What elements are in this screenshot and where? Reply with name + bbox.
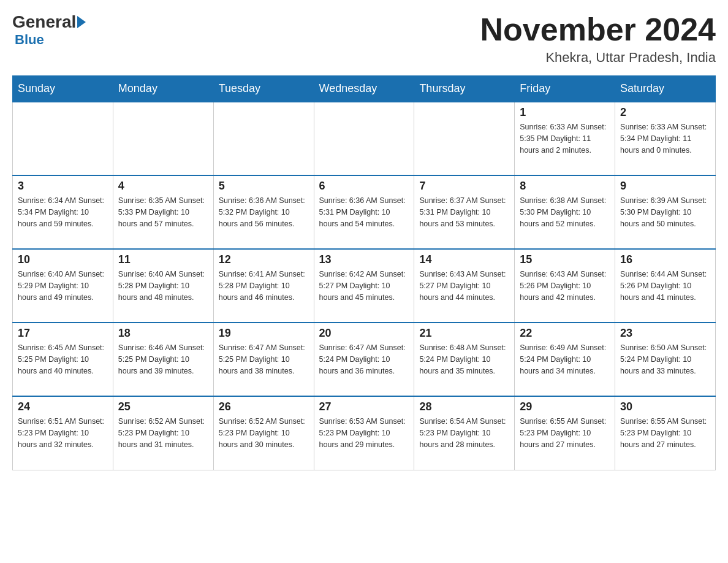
day-number: 18 bbox=[118, 327, 208, 340]
day-number: 23 bbox=[620, 327, 710, 340]
day-info: Sunrise: 6:47 AM Sunset: 5:24 PM Dayligh… bbox=[319, 342, 409, 377]
day-info: Sunrise: 6:55 AM Sunset: 5:23 PM Dayligh… bbox=[520, 416, 610, 450]
day-cell: 8Sunrise: 6:38 AM Sunset: 5:30 PM Daylig… bbox=[515, 175, 615, 249]
day-info: Sunrise: 6:48 AM Sunset: 5:24 PM Dayligh… bbox=[419, 342, 509, 377]
day-info: Sunrise: 6:38 AM Sunset: 5:30 PM Dayligh… bbox=[520, 195, 610, 229]
day-number: 28 bbox=[419, 400, 509, 413]
day-number: 14 bbox=[419, 253, 509, 266]
day-cell: 13Sunrise: 6:42 AM Sunset: 5:27 PM Dayli… bbox=[314, 249, 414, 323]
day-cell: 30Sunrise: 6:55 AM Sunset: 5:23 PM Dayli… bbox=[615, 396, 716, 470]
day-number: 1 bbox=[520, 106, 610, 119]
day-number: 13 bbox=[319, 253, 409, 266]
day-info: Sunrise: 6:35 AM Sunset: 5:33 PM Dayligh… bbox=[118, 195, 208, 229]
logo-triangle-icon bbox=[77, 16, 86, 28]
day-cell: 16Sunrise: 6:44 AM Sunset: 5:26 PM Dayli… bbox=[615, 249, 716, 323]
day-info: Sunrise: 6:40 AM Sunset: 5:29 PM Dayligh… bbox=[18, 269, 108, 303]
day-info: Sunrise: 6:52 AM Sunset: 5:23 PM Dayligh… bbox=[118, 416, 208, 450]
day-info: Sunrise: 6:44 AM Sunset: 5:26 PM Dayligh… bbox=[620, 269, 710, 303]
day-info: Sunrise: 6:53 AM Sunset: 5:23 PM Dayligh… bbox=[319, 416, 409, 450]
day-number: 26 bbox=[219, 400, 309, 413]
day-info: Sunrise: 6:34 AM Sunset: 5:34 PM Dayligh… bbox=[18, 195, 108, 229]
day-cell: 24Sunrise: 6:51 AM Sunset: 5:23 PM Dayli… bbox=[13, 396, 113, 470]
day-number: 27 bbox=[319, 400, 409, 413]
day-cell: 7Sunrise: 6:37 AM Sunset: 5:31 PM Daylig… bbox=[414, 175, 515, 249]
day-cell bbox=[113, 102, 213, 175]
day-info: Sunrise: 6:45 AM Sunset: 5:25 PM Dayligh… bbox=[18, 342, 108, 377]
day-cell: 26Sunrise: 6:52 AM Sunset: 5:23 PM Dayli… bbox=[213, 396, 314, 470]
day-info: Sunrise: 6:33 AM Sunset: 5:35 PM Dayligh… bbox=[520, 121, 610, 156]
logo-blue-text: Blue bbox=[15, 32, 44, 48]
day-info: Sunrise: 6:52 AM Sunset: 5:23 PM Dayligh… bbox=[219, 416, 309, 450]
day-cell: 27Sunrise: 6:53 AM Sunset: 5:23 PM Dayli… bbox=[314, 396, 414, 470]
day-info: Sunrise: 6:36 AM Sunset: 5:31 PM Dayligh… bbox=[319, 195, 409, 229]
week-row-4: 24Sunrise: 6:51 AM Sunset: 5:23 PM Dayli… bbox=[13, 396, 716, 470]
day-cell: 3Sunrise: 6:34 AM Sunset: 5:34 PM Daylig… bbox=[13, 175, 113, 249]
day-number: 16 bbox=[620, 253, 710, 266]
day-info: Sunrise: 6:49 AM Sunset: 5:24 PM Dayligh… bbox=[520, 342, 610, 377]
day-cell: 6Sunrise: 6:36 AM Sunset: 5:31 PM Daylig… bbox=[314, 175, 414, 249]
weekday-header-thursday: Thursday bbox=[414, 76, 515, 102]
day-cell: 11Sunrise: 6:40 AM Sunset: 5:28 PM Dayli… bbox=[113, 249, 213, 323]
day-info: Sunrise: 6:47 AM Sunset: 5:25 PM Dayligh… bbox=[219, 342, 309, 377]
day-info: Sunrise: 6:42 AM Sunset: 5:27 PM Dayligh… bbox=[319, 269, 409, 303]
day-number: 22 bbox=[520, 327, 610, 340]
day-cell: 10Sunrise: 6:40 AM Sunset: 5:29 PM Dayli… bbox=[13, 249, 113, 323]
day-number: 5 bbox=[219, 180, 309, 193]
day-number: 25 bbox=[118, 400, 208, 413]
day-number: 7 bbox=[419, 180, 509, 193]
day-cell: 18Sunrise: 6:46 AM Sunset: 5:25 PM Dayli… bbox=[113, 323, 213, 396]
page-header: General Blue November 2024 Khekra, Uttar… bbox=[12, 12, 716, 66]
weekday-header-row: SundayMondayTuesdayWednesdayThursdayFrid… bbox=[13, 76, 716, 102]
week-row-2: 10Sunrise: 6:40 AM Sunset: 5:29 PM Dayli… bbox=[13, 249, 716, 323]
day-number: 12 bbox=[219, 253, 309, 266]
day-cell: 28Sunrise: 6:54 AM Sunset: 5:23 PM Dayli… bbox=[414, 396, 515, 470]
day-cell: 15Sunrise: 6:43 AM Sunset: 5:26 PM Dayli… bbox=[515, 249, 615, 323]
day-number: 8 bbox=[520, 180, 610, 193]
week-row-0: 1Sunrise: 6:33 AM Sunset: 5:35 PM Daylig… bbox=[13, 102, 716, 175]
day-info: Sunrise: 6:43 AM Sunset: 5:27 PM Dayligh… bbox=[419, 269, 509, 303]
day-cell: 22Sunrise: 6:49 AM Sunset: 5:24 PM Dayli… bbox=[515, 323, 615, 396]
weekday-header-friday: Friday bbox=[515, 76, 615, 102]
day-info: Sunrise: 6:36 AM Sunset: 5:32 PM Dayligh… bbox=[219, 195, 309, 229]
day-number: 15 bbox=[520, 253, 610, 266]
day-number: 17 bbox=[18, 327, 108, 340]
day-cell bbox=[213, 102, 314, 175]
weekday-header-sunday: Sunday bbox=[13, 76, 113, 102]
day-number: 21 bbox=[419, 327, 509, 340]
day-cell bbox=[414, 102, 515, 175]
day-info: Sunrise: 6:37 AM Sunset: 5:31 PM Dayligh… bbox=[419, 195, 509, 229]
day-info: Sunrise: 6:50 AM Sunset: 5:24 PM Dayligh… bbox=[620, 342, 710, 377]
day-cell: 1Sunrise: 6:33 AM Sunset: 5:35 PM Daylig… bbox=[515, 102, 615, 175]
day-info: Sunrise: 6:46 AM Sunset: 5:25 PM Dayligh… bbox=[118, 342, 208, 377]
day-cell: 2Sunrise: 6:33 AM Sunset: 5:34 PM Daylig… bbox=[615, 102, 716, 175]
day-cell bbox=[13, 102, 113, 175]
weekday-header-monday: Monday bbox=[113, 76, 213, 102]
day-cell: 4Sunrise: 6:35 AM Sunset: 5:33 PM Daylig… bbox=[113, 175, 213, 249]
title-block: November 2024 Khekra, Uttar Pradesh, Ind… bbox=[480, 12, 716, 66]
day-cell: 20Sunrise: 6:47 AM Sunset: 5:24 PM Dayli… bbox=[314, 323, 414, 396]
day-info: Sunrise: 6:51 AM Sunset: 5:23 PM Dayligh… bbox=[18, 416, 108, 450]
day-cell: 9Sunrise: 6:39 AM Sunset: 5:30 PM Daylig… bbox=[615, 175, 716, 249]
day-info: Sunrise: 6:33 AM Sunset: 5:34 PM Dayligh… bbox=[620, 121, 710, 156]
day-cell: 25Sunrise: 6:52 AM Sunset: 5:23 PM Dayli… bbox=[113, 396, 213, 470]
day-cell bbox=[314, 102, 414, 175]
logo-general-text: General bbox=[12, 12, 76, 32]
day-cell: 19Sunrise: 6:47 AM Sunset: 5:25 PM Dayli… bbox=[213, 323, 314, 396]
day-number: 29 bbox=[520, 400, 610, 413]
calendar-table: SundayMondayTuesdayWednesdayThursdayFrid… bbox=[12, 75, 716, 470]
day-number: 4 bbox=[118, 180, 208, 193]
day-cell: 23Sunrise: 6:50 AM Sunset: 5:24 PM Dayli… bbox=[615, 323, 716, 396]
day-number: 19 bbox=[219, 327, 309, 340]
day-info: Sunrise: 6:55 AM Sunset: 5:23 PM Dayligh… bbox=[620, 416, 710, 450]
day-info: Sunrise: 6:43 AM Sunset: 5:26 PM Dayligh… bbox=[520, 269, 610, 303]
day-info: Sunrise: 6:40 AM Sunset: 5:28 PM Dayligh… bbox=[118, 269, 208, 303]
day-cell: 5Sunrise: 6:36 AM Sunset: 5:32 PM Daylig… bbox=[213, 175, 314, 249]
day-cell: 12Sunrise: 6:41 AM Sunset: 5:28 PM Dayli… bbox=[213, 249, 314, 323]
day-cell: 14Sunrise: 6:43 AM Sunset: 5:27 PM Dayli… bbox=[414, 249, 515, 323]
day-number: 11 bbox=[118, 253, 208, 266]
logo: General Blue bbox=[12, 12, 87, 48]
weekday-header-tuesday: Tuesday bbox=[213, 76, 314, 102]
day-number: 6 bbox=[319, 180, 409, 193]
day-number: 3 bbox=[18, 180, 108, 193]
month-title: November 2024 bbox=[480, 12, 716, 47]
